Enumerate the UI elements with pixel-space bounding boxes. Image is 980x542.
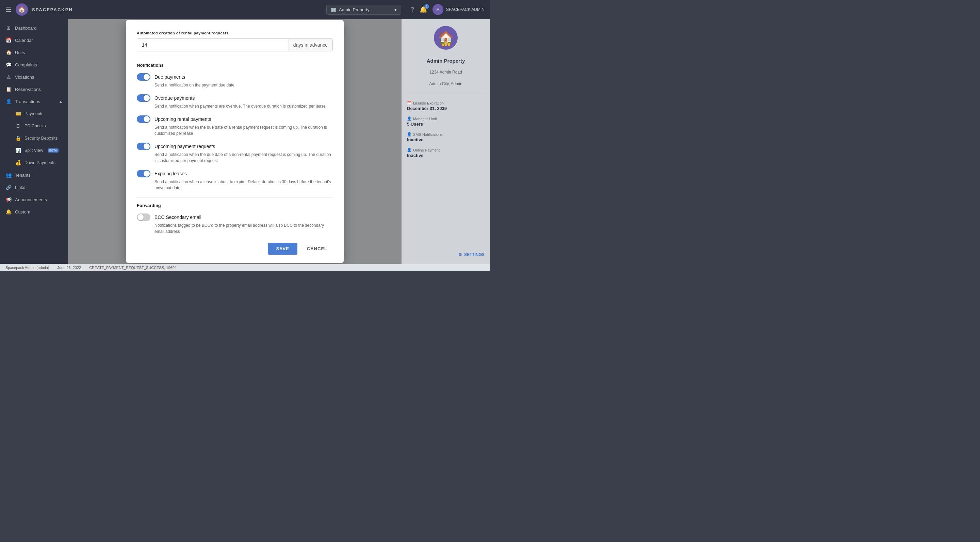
forwarding-title: Forwarding (137, 203, 333, 208)
toggle-row-expiring-leases: Expiring leasesSend a notification when … (137, 170, 333, 191)
sidebar-item-label: Violations (15, 75, 34, 80)
sidebar-item-links[interactable]: 🔗 Links (0, 181, 68, 193)
toggle-overdue-payments[interactable] (137, 94, 150, 102)
toggle-desc-overdue-payments: Send a notification when payments are ov… (154, 103, 333, 109)
sms-notifications-value: Inactive (407, 137, 485, 142)
sidebar-item-violations[interactable]: ⚠ Violations (0, 71, 68, 83)
menu-icon[interactable]: ☰ (5, 5, 11, 14)
bar-1 (442, 43, 444, 46)
sidebar-item-label: Complaints (15, 62, 37, 67)
sidebar-item-tenants[interactable]: 👥 Tenants (0, 169, 68, 181)
sidebar-item-label: Split View (24, 148, 43, 153)
toggle-upcoming-rental[interactable] (137, 115, 150, 123)
user-name: SPACEPACK ADMIN (446, 7, 485, 12)
sms-notifications-row: 👤 SMS Notifications Inactive (407, 132, 485, 142)
notifications-button[interactable]: 🔔 1 (420, 6, 427, 13)
dashboard-icon: ⊞ (5, 25, 11, 31)
payments-icon: 💳 (15, 111, 21, 116)
status-user: Spacepack Admin (admin) (5, 266, 49, 269)
brand-name: SPACEPACKPH (32, 7, 73, 12)
toggle-label-upcoming-rental: Upcoming rental payments (154, 116, 211, 122)
toggle-upcoming-requests[interactable] (137, 143, 150, 150)
sidebar-item-label: Payments (24, 111, 43, 116)
sidebar-item-reservations[interactable]: 📋 Reservations (0, 83, 68, 95)
sidebar-item-label: Transactions (15, 99, 40, 104)
sidebar-item-calendar[interactable]: 📅 Calendar (0, 34, 68, 46)
days-input[interactable] (137, 39, 288, 51)
right-panel: 🏠 Admin Property 1234 Admin Road Admin C… (401, 19, 490, 264)
sidebar-item-units[interactable]: 🏠 Units (0, 46, 68, 59)
toggle-label-upcoming-requests: Upcoming payment requests (154, 143, 215, 149)
sidebar-item-complaints[interactable]: 💬 Complaints (0, 59, 68, 71)
sidebar-item-down-payments[interactable]: 💰 Down Payments (0, 156, 68, 169)
sidebar-item-label: PD Checks (24, 124, 46, 128)
sidebar-item-label: Reservations (15, 87, 41, 92)
notifications-title: Notifications (137, 63, 333, 68)
toggle-label-bcc-email: BCC Secondary email (154, 215, 202, 220)
sidebar-item-label: Calendar (15, 38, 33, 43)
sidebar-item-label: Custom (15, 209, 30, 215)
sidebar-item-custom[interactable]: 🔔 Custom (0, 206, 68, 218)
toggle-row-due-payments: Due paymentsSend a notification on the p… (137, 73, 333, 88)
toggle-desc-expiring-leases: Send a notification when a lease is abou… (154, 179, 333, 191)
transactions-submenu: 💳 Payments 🗒 PD Checks 🔒 Security Deposi… (0, 108, 68, 169)
sidebar-item-pd-checks[interactable]: 🗒 PD Checks (0, 120, 68, 132)
security-deposits-icon: 🔒 (15, 136, 21, 141)
sidebar-item-label: Links (15, 185, 25, 190)
toggle-due-payments[interactable] (137, 73, 150, 81)
notification-badge: 1 (424, 4, 429, 9)
toggle-row-bcc-email: BCC Secondary emailNotifications tagged … (137, 214, 333, 234)
cancel-button[interactable]: CANCEL (301, 243, 333, 255)
sidebar-item-announcements[interactable]: 📢 Announcements (0, 193, 68, 206)
user-menu[interactable]: S SPACEPACK ADMIN (433, 4, 485, 15)
logo-icon: 🏠 (434, 26, 458, 50)
toggle-bcc-email[interactable] (137, 214, 150, 221)
rp-divider-1 (407, 94, 485, 94)
auto-creation-label: Automated creation of rental payment req… (137, 31, 333, 35)
split-view-icon: 📊 (15, 148, 21, 153)
rp-property-name: Admin Property (407, 58, 485, 64)
status-bar: Spacepack Admin (admin) June 26, 2022 CR… (0, 264, 490, 271)
sidebar-item-label: Security Deposits (24, 136, 57, 140)
settings-button[interactable]: ⚙ SETTINGS (407, 252, 485, 257)
sidebar-item-label: Tenants (15, 172, 30, 178)
settings-label: SETTINGS (464, 252, 485, 257)
license-expiration-label: 📅 License Expiration (407, 101, 485, 105)
tenants-icon: 👥 (5, 172, 11, 178)
rp-address-line2: Admin City, Admin (407, 81, 485, 87)
rp-address-line1: 1234 Admin Road (407, 69, 485, 75)
manager-limit-value: 5 Users (407, 121, 485, 127)
license-expiration-row: 📅 License Expiration December 31, 2039 (407, 101, 485, 111)
property-selector[interactable]: 🏢 Admin Property ▾ (326, 5, 401, 14)
days-suffix: days in advance (288, 39, 332, 51)
topnav: ☰ 🏠 SPACEPACKPH 🏢 Admin Property ▾ ? 🔔 1… (0, 0, 490, 19)
status-action: CREATE_PAYMENT_REQUEST_SUCCESS, 19604 (89, 266, 177, 269)
transactions-arrow-icon: ▲ (59, 99, 63, 104)
sidebar-item-payments[interactable]: 💳 Payments (0, 108, 68, 120)
help-button[interactable]: ? (411, 6, 414, 13)
online-payment-value: Inactive (407, 153, 485, 158)
announcements-icon: 📢 (5, 197, 11, 202)
reservations-icon: 📋 (5, 86, 11, 92)
toggle-expiring-leases[interactable] (137, 170, 150, 177)
toggle-label-overdue-payments: Overdue payments (154, 95, 195, 101)
sidebar: ⊞ Dashboard 📅 Calendar 🏠 Units 💬 Complai… (0, 19, 68, 264)
modal-overlay: Automated creation of rental payment req… (68, 19, 401, 264)
app-logo: 🏠 (16, 3, 28, 16)
save-button[interactable]: SAVE (268, 243, 297, 255)
days-input-row: days in advance (137, 38, 333, 51)
sidebar-item-security-deposits[interactable]: 🔒 Security Deposits (0, 132, 68, 144)
toggles-container: Due paymentsSend a notification on the p… (137, 73, 333, 191)
sidebar-item-split-view[interactable]: 📊 Split View BETA (0, 144, 68, 156)
sidebar-item-label: Units (15, 50, 25, 55)
toggle-desc-due-payments: Send a notification on the payment due d… (154, 82, 333, 88)
content-area: Automated creation of rental payment req… (68, 19, 401, 264)
sidebar-item-dashboard[interactable]: ⊞ Dashboard (0, 22, 68, 34)
sidebar-item-transactions[interactable]: 👤 Transactions ▲ (0, 95, 68, 108)
links-icon: 🔗 (5, 185, 11, 190)
payment-small-icon: 👤 (407, 148, 412, 152)
main-layout: ⊞ Dashboard 📅 Calendar 🏠 Units 💬 Complai… (0, 19, 490, 264)
toggle-row-upcoming-requests: Upcoming payment requestsSend a notifica… (137, 143, 333, 164)
manager-limit-row: 👤 Manager Limit 5 Users (407, 116, 485, 127)
beta-badge: BETA (48, 148, 59, 153)
